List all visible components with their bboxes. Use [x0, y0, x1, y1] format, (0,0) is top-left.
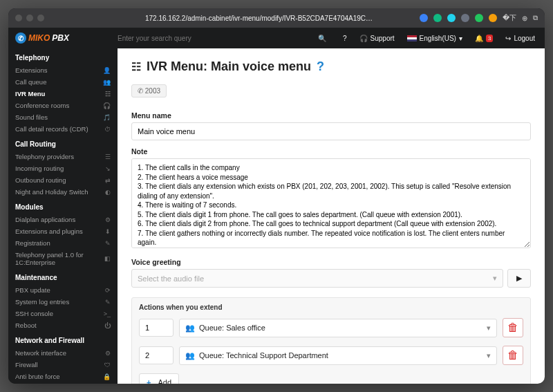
browser-extensions[interactable]: �下 ⊕ ⧉: [420, 13, 538, 23]
actions-box: Actions when you extend 👥Queue: Sales of…: [131, 297, 531, 384]
trash-icon: 🗑: [507, 349, 518, 362]
sidebar-item[interactable]: Reboot⏻: [8, 319, 118, 331]
sidebar-item-icon: ↘: [105, 165, 111, 172]
sidebar-item-icon: ⏻: [104, 322, 111, 329]
play-button[interactable]: ▶: [507, 269, 531, 288]
sidebar-item[interactable]: Call queue👥: [8, 76, 118, 88]
section-routing: Call Routing: [8, 135, 118, 151]
users-icon: 👥: [185, 351, 195, 360]
sidebar-item[interactable]: Outbound routing⇄: [8, 174, 118, 186]
sidebar-item-icon: ✎: [105, 240, 111, 247]
section-maintenance: Maintenance: [8, 268, 118, 284]
sidebar-item-icon: ☷: [105, 91, 111, 97]
sidebar-item[interactable]: Registration✎: [8, 237, 118, 249]
delete-button[interactable]: 🗑: [503, 346, 523, 365]
content-area: ☷ IVR Menu: Main voice menu ? 2003 Menu …: [118, 48, 545, 384]
global-search[interactable]: 🔍: [118, 35, 326, 42]
sidebar-item[interactable]: SSH console>_: [8, 308, 118, 319]
sidebar-item-icon: 👥: [103, 79, 111, 86]
help-icon[interactable]: ?: [340, 33, 350, 44]
sidebar-item[interactable]: Sound files🎵: [8, 111, 118, 123]
sidebar-item[interactable]: Network interface⚙: [8, 347, 118, 359]
sidebar: Telephony Extensions👤Call queue👥IVR Menu…: [8, 48, 118, 384]
section-telephony: Telephony: [8, 48, 118, 64]
logo[interactable]: ✆ MIKOPBX: [15, 32, 69, 44]
label-actions: Actions when you extend: [132, 298, 530, 314]
sidebar-item-icon: >_: [104, 310, 111, 317]
sidebar-item[interactable]: IVR Menu☷: [8, 88, 118, 100]
sidebar-item[interactable]: Dialplan applications⚙: [8, 214, 118, 225]
digit-input[interactable]: [139, 319, 174, 337]
sidebar-item-icon: ⚙: [105, 216, 111, 223]
sidebar-item-icon: ◐: [105, 189, 111, 196]
delete-button[interactable]: 🗑: [503, 318, 523, 337]
sidebar-item-icon: ⬇: [105, 228, 111, 235]
label-voice-greeting: Voice greeting: [131, 258, 531, 266]
menu-name-input[interactable]: [131, 122, 531, 140]
sidebar-item-icon: 🎵: [103, 114, 111, 121]
digit-input[interactable]: [139, 346, 174, 364]
chevron-down-icon: ▾: [487, 324, 491, 333]
label-menu-name: Menu name: [131, 111, 531, 120]
window-controls[interactable]: [15, 15, 44, 21]
sidebar-item-icon: 👤: [103, 67, 111, 74]
sidebar-item-icon: ◧: [104, 255, 111, 262]
sidebar-item-icon: 🛡: [104, 362, 111, 368]
address-bar[interactable]: 172.16.162.2/admin-cabinet/ivr-menu/modi…: [104, 15, 415, 22]
sidebar-item[interactable]: Call detail records (CDR)⏱: [8, 123, 118, 135]
sidebar-item[interactable]: Night and Holiday Switch◐: [8, 186, 118, 198]
sidebar-item[interactable]: Telephony panel 1.0 for 1C:Enterprise◧: [8, 249, 118, 268]
sidebar-item[interactable]: Extensions and plugins⬇: [8, 225, 118, 237]
sidebar-item-icon: 🎧: [103, 102, 111, 109]
sidebar-item[interactable]: Firewall🛡: [8, 359, 118, 371]
add-action-button[interactable]: + Add: [139, 373, 179, 384]
ivr-icon: ☷: [131, 60, 141, 73]
section-modules: Modules: [8, 198, 118, 214]
search-icon[interactable]: 🔍: [318, 35, 326, 42]
chevron-down-icon: ▾: [493, 274, 497, 283]
page-title: ☷ IVR Menu: Main voice menu ?: [131, 59, 531, 74]
sidebar-item-icon: ✎: [105, 299, 111, 306]
plus-icon: +: [147, 378, 151, 384]
sidebar-item[interactable]: Conference rooms🎧: [8, 100, 118, 111]
action-row: 👥Queue: Sales office▾🗑: [132, 314, 530, 342]
extension-tag[interactable]: 2003: [131, 84, 167, 97]
voice-file-dropdown[interactable]: Select the audio file ▾: [131, 269, 503, 288]
notifications-button[interactable]: 🔔 3: [472, 33, 496, 44]
sidebar-item-icon: ☰: [105, 153, 111, 160]
phone-icon: ✆: [15, 32, 26, 44]
note-textarea[interactable]: [131, 158, 531, 248]
support-link[interactable]: 🎧 Support: [357, 33, 397, 44]
chevron-down-icon: ▾: [487, 351, 491, 360]
sidebar-item[interactable]: PBX update⟳: [8, 284, 118, 296]
sidebar-item-icon: ⇄: [105, 177, 111, 184]
sidebar-item[interactable]: Telephony providers☰: [8, 151, 118, 162]
sidebar-item-icon: 🔒: [103, 373, 111, 380]
play-icon: ▶: [516, 274, 522, 283]
sidebar-item[interactable]: Extensions👤: [8, 64, 118, 76]
language-switch[interactable]: English(US) ▾: [404, 33, 465, 44]
section-system: System: [8, 382, 118, 384]
logout-button[interactable]: ↪ Logout: [503, 33, 538, 44]
sidebar-item-icon: ⟳: [105, 287, 111, 294]
sidebar-item-icon: ⚙: [105, 350, 111, 357]
flag-icon: [407, 35, 417, 41]
sidebar-item[interactable]: Incoming routing↘: [8, 162, 118, 174]
trash-icon: 🗑: [507, 321, 518, 334]
sidebar-item-icon: ⏱: [104, 126, 111, 133]
search-input[interactable]: [118, 35, 318, 42]
users-icon: 👥: [185, 324, 195, 333]
title-help-icon[interactable]: ?: [317, 59, 324, 74]
action-row: 👥Queue: Technical Support Department▾🗑: [132, 342, 530, 369]
app-topbar: ✆ MIKOPBX 🔍 ? 🎧 Support English(US) ▾ 🔔 …: [8, 28, 545, 48]
label-note: Note: [131, 147, 531, 156]
sidebar-item[interactable]: Anti brute force🔒: [8, 371, 118, 382]
target-dropdown[interactable]: 👥Queue: Technical Support Department▾: [179, 346, 497, 365]
section-network: Network and Firewall: [8, 331, 118, 347]
browser-titlebar: 172.16.162.2/admin-cabinet/ivr-menu/modi…: [8, 8, 545, 28]
target-dropdown[interactable]: 👥Queue: Sales office▾: [179, 319, 497, 337]
sidebar-item[interactable]: System log entries✎: [8, 296, 118, 308]
